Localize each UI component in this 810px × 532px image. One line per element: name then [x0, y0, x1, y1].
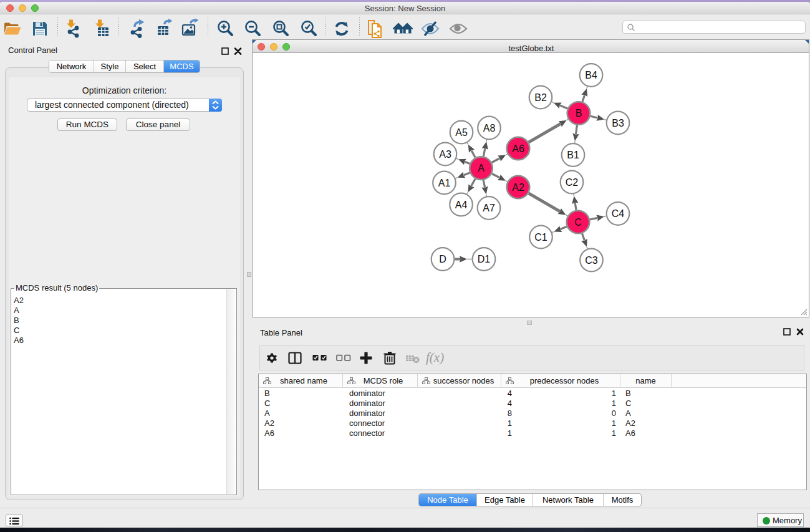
svg-text:A: A	[478, 163, 485, 173]
svg-text:A8: A8	[483, 123, 496, 133]
svg-text:B2: B2	[534, 92, 547, 103]
svg-text:A7: A7	[483, 203, 495, 213]
svg-text:A1: A1	[438, 178, 451, 188]
svg-text:f(x): f(x)	[426, 350, 444, 365]
svg-text:C1: C1	[534, 232, 547, 243]
svg-text:B1: B1	[567, 150, 579, 160]
svg-text:D: D	[439, 254, 446, 264]
svg-text:C: C	[574, 217, 582, 228]
svg-text:B4: B4	[585, 70, 597, 80]
svg-text:D1: D1	[478, 254, 491, 264]
svg-text:B: B	[576, 108, 582, 118]
svg-text:C3: C3	[585, 255, 598, 266]
svg-text:C2: C2	[566, 177, 579, 188]
svg-text:C4: C4	[612, 208, 625, 219]
svg-text:A4: A4	[455, 200, 468, 210]
svg-text:A3: A3	[439, 149, 451, 160]
svg-text:B3: B3	[612, 118, 624, 128]
svg-text:A5: A5	[455, 127, 468, 138]
svg-text:A6: A6	[512, 143, 524, 154]
svg-text:A2: A2	[512, 182, 524, 193]
